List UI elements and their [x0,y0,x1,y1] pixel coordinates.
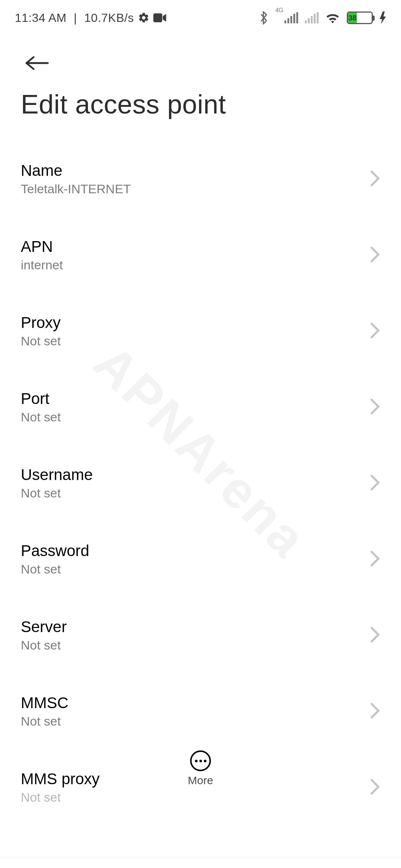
setting-value: internet [21,258,63,272]
setting-value: Not set [21,562,89,576]
setting-item-password[interactable]: PasswordNot set [21,526,380,593]
arrow-left-icon [25,54,49,72]
setting-item-mmsc[interactable]: MMSCNot set [21,678,380,745]
setting-label: Proxy [21,314,61,332]
settings-list: NameTeletalk-INTERNETAPNinternetProxyNot… [0,145,401,821]
setting-item-port[interactable]: PortNot set [21,374,380,441]
setting-item-name[interactable]: NameTeletalk-INTERNET [21,145,380,213]
setting-value: Not set [21,638,67,652]
setting-label: Username [21,466,93,484]
setting-value: Teletalk-INTERNET [21,182,131,196]
more-button[interactable]: More [0,750,401,787]
setting-value: Not set [21,790,100,805]
setting-value: Not set [21,714,68,729]
svg-rect-0 [153,13,162,22]
battery-icon: 38 [347,11,373,24]
charging-icon [379,11,386,24]
status-separator: | [70,11,81,25]
setting-value: Not set [21,486,93,500]
more-label: More [188,774,213,787]
status-bar: 11:34 AM | 10.7KB/s 4G 38 [0,0,401,36]
chevron-right-icon [370,474,380,492]
setting-label: APN [21,238,63,256]
setting-label: Port [21,390,61,408]
video-icon [153,13,167,23]
status-net-speed: 10.7KB/s [84,11,134,25]
setting-value: Not set [21,334,61,348]
setting-value: Not set [21,410,61,424]
setting-label: Password [21,542,89,560]
gear-icon [138,12,150,24]
setting-label: Name [21,162,131,180]
setting-item-username[interactable]: UsernameNot set [21,450,380,517]
bluetooth-icon [259,11,269,24]
status-time: 11:34 AM [15,11,66,25]
more-icon [190,750,211,771]
chevron-right-icon [370,550,380,568]
signal-icon-sim1 [284,12,298,23]
signal-icon-sim2 [305,12,319,23]
chevron-right-icon [370,398,380,416]
setting-item-server[interactable]: ServerNot set [21,602,380,669]
setting-item-apn[interactable]: APNinternet [21,221,380,289]
battery-percentage: 38 [348,14,356,22]
setting-label: MMSC [21,694,68,712]
android-nav-bar [0,857,401,868]
chevron-right-icon [370,246,380,264]
chevron-right-icon [370,170,380,188]
chevron-right-icon [370,322,380,340]
setting-item-proxy[interactable]: ProxyNot set [21,297,380,365]
chevron-right-icon [370,627,380,644]
signal-4g-label: 4G [276,7,283,14]
page-title: Edit access point [21,89,380,119]
chevron-right-icon [370,703,380,720]
wifi-icon [325,12,340,24]
setting-label: Server [21,618,67,636]
back-button[interactable] [21,47,53,79]
